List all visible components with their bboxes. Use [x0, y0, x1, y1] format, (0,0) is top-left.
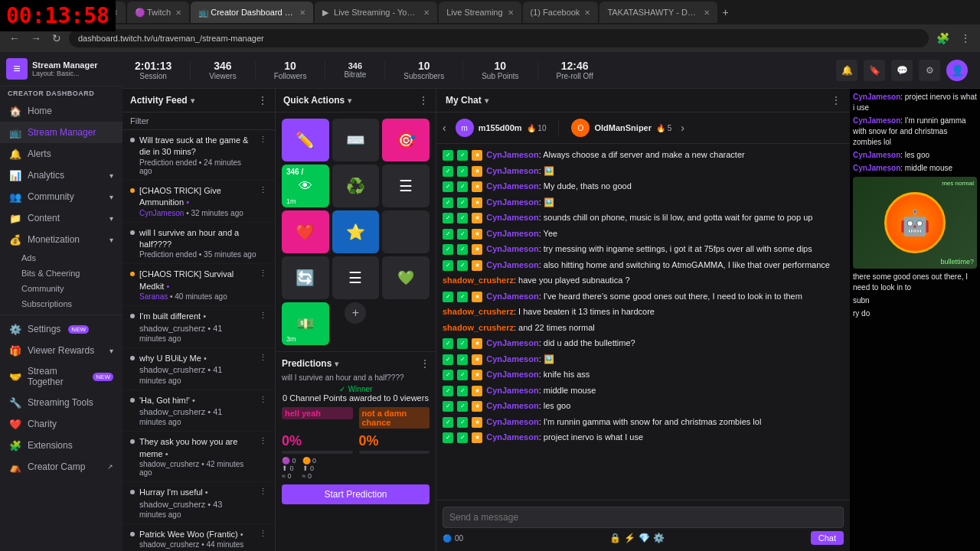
winner-icon: ✓ — [339, 385, 345, 393]
tab-close-yt[interactable]: ✕ — [423, 8, 430, 17]
chat-settings-icon[interactable]: ⚙️ — [653, 533, 665, 543]
action-heart2-button[interactable]: 💚 — [382, 256, 430, 299]
tab-facebook[interactable]: (1) Facebook ✕ — [523, 2, 599, 23]
header-bookmark-icon[interactable]: 🔖 — [864, 60, 885, 81]
activity-item-menu[interactable]: ⋮ — [259, 135, 267, 175]
activity-item-menu[interactable]: ⋮ — [259, 487, 267, 519]
action-star-button[interactable]: ⭐ — [332, 210, 380, 253]
sidebar-item-monetization[interactable]: 💰 Monetization ▾ — [0, 229, 122, 250]
sidebar-item-extensions[interactable]: 🧩 Extensions — [0, 435, 122, 456]
pred-option-1-label: hell yeah — [282, 407, 353, 419]
refresh-button[interactable]: ↻ — [49, 31, 64, 46]
chat-nav-prev[interactable]: ‹ — [443, 122, 446, 134]
streaming-tools-icon: 🔧 — [9, 396, 21, 409]
activity-feed-menu[interactable]: ⋮ — [258, 95, 267, 106]
msg-text: and 22 times normal — [518, 323, 595, 332]
address-bar[interactable]: dashboard.twitch.tv/u/traveman_/stream-m… — [69, 29, 929, 47]
sidebar-item-stream-manager[interactable]: 📺 Stream Manager — [0, 122, 122, 143]
tab-close-fb[interactable]: ✕ — [584, 8, 590, 17]
extensions-button[interactable]: 🧩 — [933, 31, 952, 46]
activity-item-menu[interactable]: ⋮ — [259, 311, 267, 343]
tab-twitch[interactable]: 🟣 Twitch ✕ — [127, 2, 189, 23]
chat-hype-icon[interactable]: ⚡ — [624, 533, 635, 543]
action-empty-1[interactable] — [382, 210, 430, 253]
activity-text: [CHAOS TRICK] Survival Medkit • — [139, 269, 254, 292]
chat-emote-icon[interactable]: 🔒 — [609, 533, 621, 543]
action-heart-button[interactable]: ❤️ — [282, 210, 329, 253]
sidebar-item-charity[interactable]: ❤️ Charity — [0, 413, 122, 435]
tab-close-creator[interactable]: ✕ — [299, 8, 305, 17]
predictions-menu[interactable]: ⋮ — [420, 358, 430, 369]
chat-input[interactable] — [443, 507, 844, 528]
header-chat-icon[interactable]: 💬 — [891, 60, 913, 81]
activity-item-menu[interactable]: ⋮ — [259, 395, 267, 427]
sidebar-item-community[interactable]: 👥 Community ▾ — [0, 186, 122, 207]
tab-close-live[interactable]: ✕ — [508, 8, 514, 17]
action-edit-button[interactable]: ✏️ — [282, 119, 329, 161]
activity-item-menu[interactable]: ⋮ — [259, 185, 267, 217]
pred-pct-2: 0% — [359, 433, 430, 449]
tab-close-twitch[interactable]: ✕ — [175, 8, 181, 17]
sidebar-item-alerts[interactable]: 🔔 Alerts — [0, 143, 122, 165]
sidebar-item-analytics[interactable]: 📊 Analytics ▾ — [0, 165, 122, 186]
chat-menu[interactable]: ⋮ — [831, 95, 841, 106]
activity-filter-bar[interactable]: Filter — [122, 112, 275, 130]
action-list-button[interactable]: ☰ — [382, 165, 430, 207]
forward-button[interactable]: → — [28, 31, 44, 46]
filter-label[interactable]: Filter — [130, 116, 149, 126]
tab-live[interactable]: Live Streaming ✕ — [439, 2, 521, 23]
action-keyboard-button[interactable]: ⌨️ — [332, 119, 380, 161]
action-target-button[interactable]: 🎯 — [382, 119, 430, 161]
action-rotate-button[interactable]: 🔄 — [282, 256, 329, 299]
start-prediction-button[interactable]: Start Prediction — [282, 484, 430, 504]
tab-game[interactable]: TAKATASHAWTY - DEA... ✕ — [599, 2, 717, 23]
chat-bits-icon[interactable]: 💎 — [639, 533, 650, 543]
badge-icon: ✓ — [443, 197, 453, 208]
sidebar-sub-subscriptions[interactable]: Subscriptions — [0, 296, 122, 311]
popup-user: CynJameson — [853, 93, 900, 101]
popup-message: CynJameson: project inervo is what i use — [853, 92, 977, 113]
action-menu-button[interactable]: ☰ — [332, 256, 380, 299]
header-avatar[interactable]: 👤 — [946, 60, 968, 81]
chat-message: ✓ ✓ ★ CynJameson: les goo — [443, 398, 844, 414]
msg-text: did u add the bullettime? — [544, 338, 635, 347]
sidebar-item-settings[interactable]: ⚙️ Settings NEW — [0, 318, 122, 340]
action-money-button[interactable]: 💵 3m — [282, 302, 329, 345]
activity-item-menu[interactable]: ⋮ — [259, 353, 267, 385]
activity-item-menu[interactable]: ⋮ — [259, 269, 267, 301]
back-button[interactable]: ← — [6, 31, 23, 46]
badge-icon: ★ — [472, 213, 482, 223]
sidebar-item-streaming-tools[interactable]: 🔧 Streaming Tools — [0, 392, 122, 413]
tab-close-game[interactable]: ✕ — [704, 8, 710, 17]
sidebar-sub-ads[interactable]: Ads — [0, 250, 122, 266]
sidebar-item-creator-camp[interactable]: ⛺ Creator Camp ↗ — [0, 456, 122, 478]
chat-nav-next[interactable]: › — [681, 122, 684, 134]
pred-option-1: hell yeah — [282, 407, 353, 429]
sidebar-item-home[interactable]: 🏠 Home — [0, 100, 122, 122]
tab-youtube[interactable]: ▶ Live Streaming - YouTu... ✕ — [315, 2, 437, 23]
activity-item-menu[interactable]: ⋮ — [259, 529, 267, 551]
sidebar-item-stream-together[interactable]: 🤝 Stream Together NEW — [0, 361, 122, 392]
browser-menu-button[interactable]: ⋮ — [957, 31, 974, 46]
chat-message: ✓ ✓ ★ CynJameson: 🖼️ — [443, 163, 844, 179]
list-item: Patrick Wee Woo (Frantic) • shadow_crush… — [122, 524, 275, 551]
chat-message: ✓ ✓ ★ CynJameson: Always choose a dif se… — [443, 147, 844, 163]
quick-actions-menu[interactable]: ⋮ — [419, 95, 428, 106]
sidebar-sub-bits[interactable]: Bits & Cheering — [0, 266, 122, 281]
msg-username: CynJameson — [486, 432, 538, 442]
header-settings-icon[interactable]: ⚙ — [919, 60, 940, 81]
sidebar-item-viewer-rewards[interactable]: 🎁 Viewer Rewards ▾ — [0, 340, 122, 361]
new-tab-button[interactable]: + — [719, 5, 731, 20]
edit-icon: ✏️ — [296, 131, 315, 149]
add-action-button[interactable]: + — [345, 302, 366, 324]
tab-creator-dashboard[interactable]: 📺 Creator Dashboard | K... ✕ — [191, 2, 313, 23]
activity-sub: minutes ago — [139, 510, 254, 519]
msg-text: Yee — [544, 229, 558, 238]
activity-item-menu[interactable]: ⋮ — [259, 436, 267, 477]
action-viewers-button[interactable]: 346 / 👁 1m — [282, 165, 329, 207]
header-bell-icon[interactable]: 🔔 — [836, 60, 858, 81]
sidebar-item-content[interactable]: 📁 Content ▾ — [0, 207, 122, 229]
chat-send-button[interactable]: Chat — [811, 531, 844, 545]
sidebar-sub-community[interactable]: Community — [0, 281, 122, 296]
action-refresh-button[interactable]: ♻️ — [332, 165, 380, 207]
